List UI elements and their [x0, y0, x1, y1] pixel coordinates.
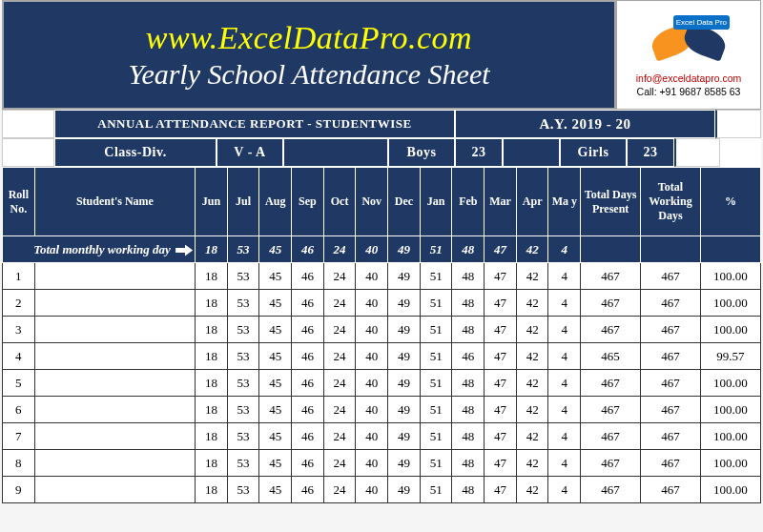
name-cell[interactable]	[34, 370, 195, 397]
month-cell[interactable]: 18	[196, 450, 228, 477]
month-cell[interactable]: 45	[259, 290, 292, 317]
month-cell[interactable]: 53	[227, 370, 259, 397]
month-cell[interactable]: 47	[485, 477, 517, 503]
roll-cell[interactable]: 2	[3, 290, 35, 317]
month-cell[interactable]: 18	[196, 263, 228, 290]
roll-cell[interactable]: 5	[3, 370, 35, 397]
name-cell[interactable]	[34, 450, 195, 477]
name-cell[interactable]	[34, 343, 195, 370]
month-cell[interactable]: 45	[259, 450, 292, 477]
month-cell[interactable]: 18	[196, 423, 228, 450]
month-cell[interactable]: 45	[259, 370, 292, 397]
month-cell[interactable]: 47	[485, 290, 517, 317]
month-cell[interactable]: 49	[388, 343, 421, 370]
roll-cell[interactable]: 7	[3, 423, 35, 450]
month-cell[interactable]: 42	[516, 290, 548, 317]
month-cell[interactable]: 49	[388, 317, 421, 343]
month-cell[interactable]: 40	[356, 477, 388, 503]
month-cell[interactable]: 40	[356, 290, 388, 317]
month-cell[interactable]: 24	[323, 343, 356, 370]
month-cell[interactable]: 49	[388, 370, 421, 397]
month-cell[interactable]: 49	[388, 263, 421, 290]
month-cell[interactable]: 47	[485, 423, 517, 450]
month-cell[interactable]: 4	[548, 317, 581, 343]
month-cell[interactable]: 42	[516, 423, 548, 450]
month-cell[interactable]: 46	[292, 343, 324, 370]
month-cell[interactable]: 47	[485, 317, 517, 343]
month-cell[interactable]: 42	[516, 450, 548, 477]
month-cell[interactable]: 48	[452, 397, 485, 423]
month-cell[interactable]: 4	[548, 423, 581, 450]
month-cell[interactable]: 24	[323, 397, 356, 423]
month-cell[interactable]: 24	[323, 477, 356, 503]
month-cell[interactable]: 46	[292, 317, 324, 343]
month-cell[interactable]: 45	[259, 397, 292, 423]
month-cell[interactable]: 18	[196, 317, 228, 343]
month-cell[interactable]: 4	[548, 450, 581, 477]
roll-cell[interactable]: 9	[3, 477, 35, 503]
month-cell[interactable]: 49	[388, 397, 421, 423]
name-cell[interactable]	[34, 290, 195, 317]
month-cell[interactable]: 4	[548, 343, 581, 370]
month-cell[interactable]: 40	[356, 317, 388, 343]
month-cell[interactable]: 45	[259, 477, 292, 503]
month-cell[interactable]: 47	[485, 263, 517, 290]
roll-cell[interactable]: 8	[3, 450, 35, 477]
month-cell[interactable]: 46	[292, 477, 324, 503]
month-cell[interactable]: 47	[485, 450, 517, 477]
month-cell[interactable]: 24	[323, 370, 356, 397]
month-cell[interactable]: 40	[356, 370, 388, 397]
month-cell[interactable]: 4	[548, 263, 581, 290]
month-cell[interactable]: 42	[516, 263, 548, 290]
month-cell[interactable]: 47	[485, 397, 517, 423]
month-cell[interactable]: 48	[452, 477, 485, 503]
month-cell[interactable]: 4	[548, 370, 581, 397]
month-cell[interactable]: 53	[227, 397, 259, 423]
month-cell[interactable]: 24	[323, 450, 356, 477]
month-cell[interactable]: 46	[292, 263, 324, 290]
name-cell[interactable]	[34, 423, 195, 450]
month-cell[interactable]: 51	[420, 263, 452, 290]
month-cell[interactable]: 51	[420, 397, 452, 423]
month-cell[interactable]: 53	[227, 450, 259, 477]
month-cell[interactable]: 51	[420, 343, 452, 370]
month-cell[interactable]: 46	[292, 450, 324, 477]
month-cell[interactable]: 51	[420, 423, 452, 450]
month-cell[interactable]: 48	[452, 423, 485, 450]
month-cell[interactable]: 45	[259, 263, 292, 290]
month-cell[interactable]: 40	[356, 397, 388, 423]
month-cell[interactable]: 53	[227, 343, 259, 370]
month-cell[interactable]: 51	[420, 450, 452, 477]
name-cell[interactable]	[34, 317, 195, 343]
month-cell[interactable]: 42	[516, 317, 548, 343]
month-cell[interactable]: 4	[548, 477, 581, 503]
month-cell[interactable]: 53	[227, 263, 259, 290]
month-cell[interactable]: 47	[485, 343, 517, 370]
month-cell[interactable]: 18	[196, 343, 228, 370]
month-cell[interactable]: 24	[323, 317, 356, 343]
month-cell[interactable]: 49	[388, 450, 421, 477]
month-cell[interactable]: 40	[356, 343, 388, 370]
month-cell[interactable]: 46	[452, 343, 485, 370]
roll-cell[interactable]: 4	[3, 343, 35, 370]
month-cell[interactable]: 46	[292, 423, 324, 450]
month-cell[interactable]: 48	[452, 290, 485, 317]
month-cell[interactable]: 53	[227, 423, 259, 450]
month-cell[interactable]: 48	[452, 317, 485, 343]
name-cell[interactable]	[34, 263, 195, 290]
month-cell[interactable]: 45	[259, 343, 292, 370]
month-cell[interactable]: 51	[420, 290, 452, 317]
roll-cell[interactable]: 1	[3, 263, 35, 290]
month-cell[interactable]: 24	[323, 263, 356, 290]
month-cell[interactable]: 4	[548, 397, 581, 423]
month-cell[interactable]: 49	[388, 423, 421, 450]
month-cell[interactable]: 46	[292, 290, 324, 317]
name-cell[interactable]	[34, 477, 195, 503]
month-cell[interactable]: 46	[292, 397, 324, 423]
name-cell[interactable]	[34, 397, 195, 423]
roll-cell[interactable]: 6	[3, 397, 35, 423]
month-cell[interactable]: 48	[452, 263, 485, 290]
month-cell[interactable]: 51	[420, 477, 452, 503]
month-cell[interactable]: 18	[196, 397, 228, 423]
month-cell[interactable]: 42	[516, 370, 548, 397]
